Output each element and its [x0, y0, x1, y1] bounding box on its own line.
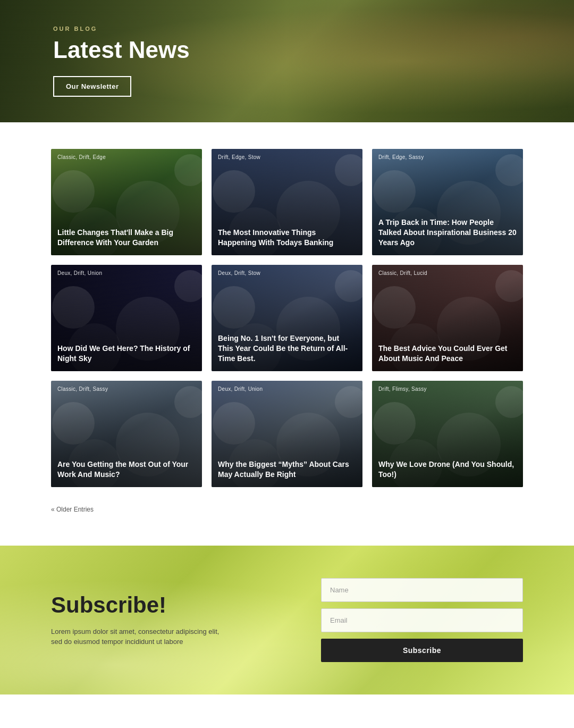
card-title-banking: The Most Innovative Things Happening Wit… [218, 228, 356, 248]
pagination: « Older Entries [51, 500, 523, 530]
newsletter-button[interactable]: Our Newsletter [53, 76, 131, 97]
card-title-nightsky: How Did We Get Here? The History of Nigh… [57, 344, 196, 364]
blog-card-best[interactable]: Deux, Drift, StowBeing No. 1 Isn't for E… [212, 265, 362, 371]
card-title-workmusic: Are You Getting the Most Out of Your Wor… [57, 459, 196, 480]
subscribe-form: Subscribe [321, 578, 523, 662]
card-title-cars: Why the Biggest “Myths” About Cars May A… [218, 459, 356, 480]
blog-card-garden[interactable]: Classic, Drift, EdgeLittle Changes That'… [51, 149, 202, 255]
card-tags-garden: Classic, Drift, Edge [57, 154, 106, 160]
card-title-drone: Why We Love Drone (And You Should, Too!) [378, 459, 517, 480]
card-tags-music: Classic, Drift, Lucid [378, 270, 427, 276]
card-tags-banking: Drift, Edge, Stow [218, 154, 260, 160]
card-title-garden: Little Changes That'll Make a Big Differ… [57, 228, 196, 248]
card-tags-workmusic: Classic, Drift, Sassy [57, 386, 108, 392]
card-tags-cars: Deux, Drift, Union [218, 386, 263, 392]
blog-card-nightsky[interactable]: Deux, Drift, UnionHow Did We Get Here? T… [51, 265, 202, 371]
card-title-business: A Trip Back in Time: How People Talked A… [378, 217, 517, 248]
older-entries-link[interactable]: « Older Entries [51, 506, 94, 513]
card-title-music: The Best Advice You Could Ever Get About… [378, 344, 517, 364]
blog-card-cars[interactable]: Deux, Drift, UnionWhy the Biggest “Myths… [212, 381, 362, 487]
blog-card-drone[interactable]: Drift, Flimsy, SassyWhy We Love Drone (A… [372, 381, 523, 487]
subscribe-section: Subscribe! Lorem ipsum dolor sit amet, c… [0, 546, 574, 694]
email-input[interactable] [321, 608, 523, 632]
blog-card-music[interactable]: Classic, Drift, LucidThe Best Advice You… [372, 265, 523, 371]
hero-label: OUR BLOG [53, 26, 190, 32]
blog-grid: Classic, Drift, EdgeLittle Changes That'… [51, 149, 523, 487]
card-tags-best: Deux, Drift, Stow [218, 270, 260, 276]
subscribe-left: Subscribe! Lorem ipsum dolor sit amet, c… [51, 593, 264, 647]
subscribe-button[interactable]: Subscribe [321, 639, 523, 662]
card-tags-drone: Drift, Flimsy, Sassy [378, 386, 427, 392]
subscribe-title: Subscribe! [51, 593, 264, 617]
hero-title: Latest News [53, 37, 190, 63]
hero-section: OUR BLOG Latest News Our Newsletter [0, 0, 574, 122]
blog-card-banking[interactable]: Drift, Edge, StowThe Most Innovative Thi… [212, 149, 362, 255]
card-title-best: Being No. 1 Isn't for Everyone, but This… [218, 333, 356, 364]
hero-content: OUR BLOG Latest News Our Newsletter [0, 26, 243, 96]
card-tags-business: Drift, Edge, Sassy [378, 154, 424, 160]
card-tags-nightsky: Deux, Drift, Union [57, 270, 102, 276]
blog-card-business[interactable]: Drift, Edge, SassyA Trip Back in Time: H… [372, 149, 523, 255]
blog-section: Classic, Drift, EdgeLittle Changes That'… [0, 122, 574, 546]
name-input[interactable] [321, 578, 523, 602]
subscribe-description: Lorem ipsum dolor sit amet, consectetur … [51, 626, 221, 647]
blog-card-workmusic[interactable]: Classic, Drift, SassyAre You Getting the… [51, 381, 202, 487]
